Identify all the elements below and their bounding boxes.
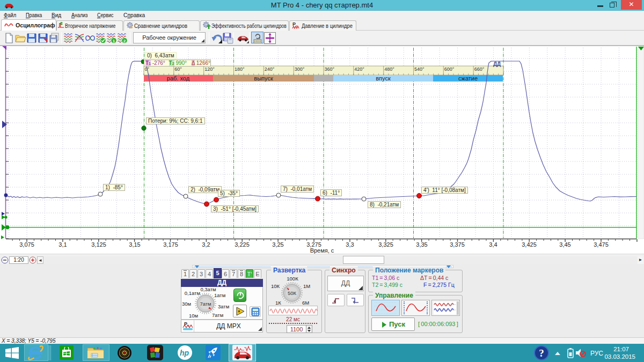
svg-text:180°: 180° (235, 67, 245, 72)
svg-text:2: 2 (123, 39, 126, 43)
svg-text:3,25: 3,25 (272, 241, 283, 248)
svg-text:ДД: ДД (493, 61, 501, 67)
svg-text:P: P (292, 21, 296, 27)
svg-text:3,375: 3,375 (450, 241, 465, 248)
svg-text:?: ? (539, 348, 544, 359)
svg-text:540°: 540° (414, 67, 425, 72)
svg-text:hp: hp (180, 349, 189, 357)
svg-text:3,225: 3,225 (235, 241, 250, 248)
svg-text:7атм: 7атм (200, 301, 211, 307)
svg-text:3,475: 3,475 (594, 241, 609, 248)
svg-text:P: P (184, 321, 187, 327)
svg-text:впуск: впуск (376, 75, 391, 82)
svg-text:50К: 50К (288, 290, 297, 296)
svg-text:сжатие: сжатие (458, 75, 478, 82)
svg-text:120°: 120° (204, 67, 215, 72)
svg-text:300°: 300° (295, 67, 305, 72)
svg-text:3,45: 3,45 (559, 241, 570, 248)
svg-text:Время, с: Время, с (310, 247, 334, 254)
svg-text:выпуск: выпуск (254, 75, 273, 82)
svg-text:3,075: 3,075 (19, 241, 34, 248)
svg-text:3,1: 3,1 (58, 241, 67, 248)
svg-text:3,2: 3,2 (202, 241, 210, 248)
svg-text:480°: 480° (384, 67, 394, 72)
svg-text:3,3: 3,3 (346, 241, 354, 248)
svg-text:600°: 600° (444, 67, 455, 72)
svg-text:3,15: 3,15 (129, 241, 140, 248)
svg-text:3,125: 3,125 (91, 241, 106, 248)
svg-text:3,175: 3,175 (163, 241, 178, 248)
svg-text:1: 1 (113, 39, 115, 43)
svg-text:420°: 420° (354, 67, 364, 72)
svg-text:раб. ход: раб. ход (167, 75, 190, 82)
svg-text:240°: 240° (265, 67, 275, 72)
svg-text:3,325: 3,325 (378, 241, 393, 248)
svg-text:660°: 660° (474, 67, 485, 72)
svg-text:3,425: 3,425 (522, 241, 537, 248)
svg-text:3,35: 3,35 (416, 241, 427, 248)
svg-text:360°: 360° (325, 67, 335, 72)
svg-text:3,4: 3,4 (489, 241, 497, 248)
svg-text:60°: 60° (174, 67, 182, 72)
